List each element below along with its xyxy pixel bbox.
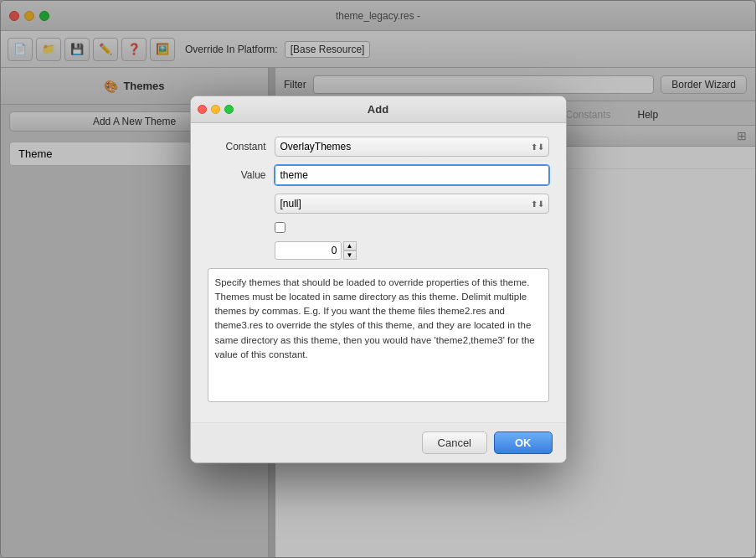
add-dialog: Add Constant OverlayThemes Theme Style ⬆… — [190, 96, 567, 463]
null-row: [null] ⬆⬇ — [208, 194, 549, 214]
dialog-minimize-btn[interactable] — [211, 105, 220, 114]
value-row: Value — [208, 165, 549, 185]
cancel-button[interactable]: Cancel — [422, 431, 487, 454]
description-box: Specify themes that should be loaded to … — [208, 268, 549, 402]
dialog-footer: Cancel OK — [191, 422, 566, 462]
dialog-checkbox[interactable] — [275, 222, 285, 233]
null-select-wrapper: [null] ⬆⬇ — [275, 194, 549, 214]
checkbox-row — [275, 222, 549, 233]
null-select[interactable]: [null] — [275, 194, 549, 214]
spinner-row: ▲ ▼ — [208, 241, 549, 260]
value-label: Value — [208, 169, 266, 181]
dialog-title: Add — [368, 103, 388, 116]
constant-select[interactable]: OverlayThemes Theme Style — [275, 137, 549, 157]
spinner-down-btn[interactable]: ▼ — [343, 251, 357, 260]
dialog-traffic-lights — [198, 105, 234, 114]
spinner-wrapper: ▲ ▼ — [275, 241, 357, 260]
spinner-buttons: ▲ ▼ — [343, 241, 357, 260]
constant-row: Constant OverlayThemes Theme Style ⬆⬇ — [208, 137, 549, 157]
dialog-close-btn[interactable] — [198, 105, 207, 114]
ok-button[interactable]: OK — [494, 431, 553, 454]
spinner-up-btn[interactable]: ▲ — [343, 241, 357, 251]
constant-select-wrapper: OverlayThemes Theme Style ⬆⬇ — [275, 137, 549, 157]
constant-label: Constant — [208, 141, 266, 152]
modal-overlay: Add Constant OverlayThemes Theme Style ⬆… — [0, 0, 756, 558]
dialog-maximize-btn[interactable] — [224, 105, 234, 114]
spinner-input[interactable] — [275, 241, 342, 260]
value-input[interactable] — [275, 165, 549, 185]
dialog-title-bar: Add — [191, 96, 566, 123]
dialog-body: Constant OverlayThemes Theme Style ⬆⬇ Va… — [191, 123, 566, 422]
